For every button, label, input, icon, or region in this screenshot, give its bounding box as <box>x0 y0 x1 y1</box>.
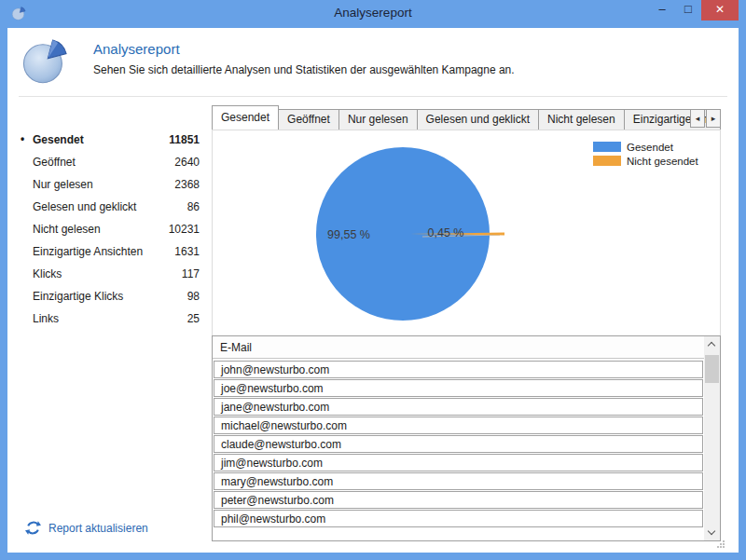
stats-list: Gesendet 11851 Geöffnet 2640 Nur gelesen… <box>21 129 200 330</box>
maximize-button[interactable]: □ <box>675 0 701 20</box>
tab-scroll-left-icon[interactable]: ◂ <box>690 109 705 128</box>
stat-value: 11851 <box>151 133 200 146</box>
stat-value: 98 <box>151 290 200 303</box>
pie-label-nicht-gesendet: 0,45 % <box>428 226 464 239</box>
window-content: Analysereport Sehen Sie sich detailliert… <box>7 28 739 553</box>
stat-value: 86 <box>151 200 200 213</box>
legend-item-nicht-gesendet: Nicht gesendet <box>593 154 698 168</box>
stat-row-einzigartige-ansichten[interactable]: Einzigartige Ansichten 1631 <box>21 240 200 263</box>
legend-swatch <box>593 156 621 166</box>
window-title: Analysereport <box>0 0 746 28</box>
close-button[interactable]: ✕ <box>701 0 739 20</box>
tab-geoeffnet[interactable]: Geöffnet <box>278 109 339 130</box>
refresh-report-link[interactable]: Report aktualisieren <box>25 520 148 536</box>
email-table: E-Mail john@newsturbo.com joe@newsturbo.… <box>212 335 721 541</box>
stat-label: Nur gelesen <box>33 178 151 191</box>
stat-label: Klicks <box>33 267 151 280</box>
stat-label: Einzigartige Klicks <box>33 290 151 303</box>
stat-label: Gesendet <box>33 133 151 146</box>
stat-label: Einzigartige Ansichten <box>33 245 151 258</box>
pie-chart-icon <box>18 36 70 85</box>
table-row[interactable]: claude@newsturbo.com <box>214 435 703 453</box>
email-rows: john@newsturbo.com joe@newsturbo.com jan… <box>214 360 703 540</box>
legend-item-gesendet: Gesendet <box>593 140 698 154</box>
page-title: Analysereport <box>93 41 180 57</box>
table-row[interactable]: phil@newsturbo.com <box>214 510 703 527</box>
scroll-down-icon[interactable] <box>704 525 720 540</box>
tab-gesendet[interactable]: Gesendet <box>212 105 279 130</box>
legend-label: Nicht gesendet <box>627 156 698 167</box>
tab-nicht-gelesen[interactable]: Nicht gelesen <box>538 109 625 130</box>
titlebar[interactable]: Analysereport – □ ✕ <box>0 0 746 28</box>
stat-label: Links <box>33 312 151 325</box>
scroll-up-icon[interactable] <box>704 336 720 352</box>
stat-row-geoeffnet[interactable]: Geöffnet 2640 <box>21 151 200 173</box>
header-divider <box>19 96 727 97</box>
legend-label: Gesendet <box>627 142 673 153</box>
stat-label: Nicht gelesen <box>33 223 151 236</box>
stat-label: Geöffnet <box>33 156 151 169</box>
stat-row-nicht-gelesen[interactable]: Nicht gelesen 10231 <box>21 218 200 240</box>
refresh-icon <box>25 520 41 536</box>
legend-swatch <box>593 142 621 152</box>
stat-value: 2368 <box>151 178 200 191</box>
app-window: Analysereport – □ ✕ Analysereport Sehen … <box>0 0 746 560</box>
vertical-scrollbar[interactable] <box>704 336 720 540</box>
stat-value: 117 <box>151 267 200 280</box>
stat-row-einzigartige-klicks[interactable]: Einzigartige Klicks 98 <box>21 285 200 307</box>
stat-value: 1631 <box>151 245 200 258</box>
scrollbar-thumb[interactable] <box>705 355 719 383</box>
resize-grip[interactable] <box>717 540 725 549</box>
stat-row-links[interactable]: Links 25 <box>21 307 200 330</box>
table-row[interactable]: jane@newsturbo.com <box>214 398 703 416</box>
page-subtitle: Sehen Sie sich detaillierte Analysen und… <box>93 63 515 76</box>
pie-label-gesendet: 99,55 % <box>327 228 370 241</box>
table-row[interactable]: joe@newsturbo.com <box>214 379 703 397</box>
tab-nur-gelesen[interactable]: Nur gelesen <box>338 109 418 130</box>
stat-label: Gelesen und geklickt <box>33 200 151 213</box>
minimize-button[interactable]: – <box>649 0 675 20</box>
table-row[interactable]: peter@newsturbo.com <box>214 491 703 509</box>
table-row[interactable]: jim@newsturbo.com <box>214 454 703 471</box>
stat-value: 10231 <box>151 223 200 236</box>
chart-panel: 99,55 % 0,45 % Gesendet Nicht gesendet <box>212 130 721 335</box>
email-column-header: E-Mail <box>213 336 704 359</box>
stat-row-gelesen-und-geklickt[interactable]: Gelesen und geklickt 86 <box>21 196 200 218</box>
table-row[interactable]: michael@newsturbo.com <box>214 417 703 434</box>
stat-row-nur-gelesen[interactable]: Nur gelesen 2368 <box>21 173 200 196</box>
stat-row-gesendet[interactable]: Gesendet 11851 <box>21 129 200 151</box>
chart-legend: Gesendet Nicht gesendet <box>593 140 698 168</box>
stat-value: 2640 <box>151 156 200 169</box>
tab-gelesen-und-geklickt[interactable]: Gelesen und geklickt <box>417 109 539 130</box>
table-row[interactable]: mary@newsturbo.com <box>214 472 703 490</box>
stat-row-klicks[interactable]: Klicks 117 <box>21 263 200 285</box>
tab-scroll-right-icon[interactable]: ▸ <box>706 109 721 128</box>
tab-strip: Gesendet Geöffnet Nur gelesen Gelesen un… <box>212 106 721 130</box>
refresh-label: Report aktualisieren <box>48 522 148 535</box>
stat-value: 25 <box>151 312 200 325</box>
table-row[interactable]: john@newsturbo.com <box>214 361 703 378</box>
